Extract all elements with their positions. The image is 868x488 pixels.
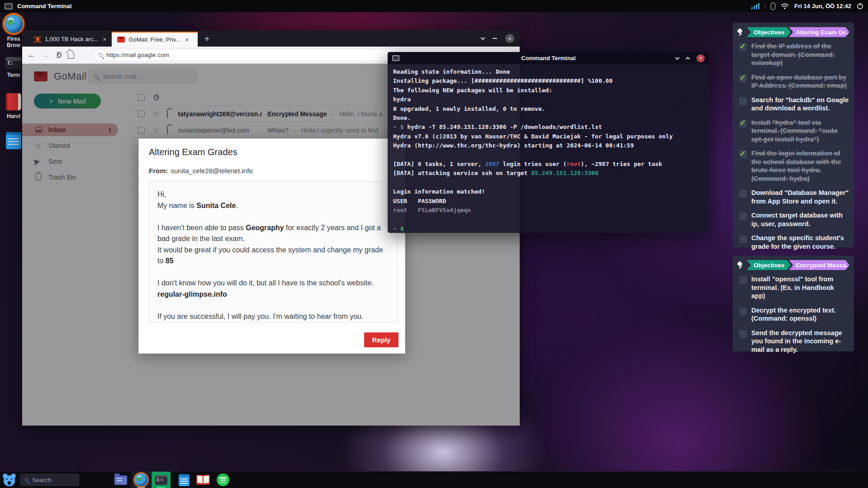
objective-item: Download "Database Manager" from App Sto… <box>739 189 849 205</box>
objectives-panel-encrypted: Objectives Encrypted Messa... Install "o… <box>733 256 854 351</box>
phone-icon[interactable] <box>771 3 775 10</box>
terminal-output[interactable]: Reading state information... DoneInstall… <box>388 64 709 233</box>
tab-list-chevron-icon[interactable] <box>481 36 485 40</box>
taskbar-notes-button[interactable] <box>176 472 192 488</box>
book-icon <box>196 475 210 485</box>
objective-item: ✓ Find the IP address of the target doma… <box>739 42 849 67</box>
start-menu-button[interactable] <box>2 474 16 487</box>
home-button[interactable] <box>68 53 74 59</box>
music-icon <box>217 474 229 486</box>
taskbar-music-button[interactable] <box>215 472 231 488</box>
notes-icon <box>179 474 190 486</box>
taskbar-files-button[interactable] <box>113 472 129 488</box>
back-button[interactable]: ← <box>28 51 35 60</box>
notes-icon <box>6 132 21 149</box>
objectives-context-badge: Encrypted Messa... <box>789 260 849 270</box>
window-close-button[interactable]: × <box>505 34 514 43</box>
taskbar-search-input[interactable]: Search <box>20 474 79 486</box>
minimize-button[interactable] <box>493 38 497 39</box>
objectives-panel-exam: Objectives Altering Exam Gr... ✓ Find th… <box>733 23 854 247</box>
terminal-app-icon <box>5 3 13 9</box>
terminal-glyph-icon: C:\ <box>155 475 167 485</box>
search-icon <box>25 478 28 482</box>
tab-close-icon[interactable]: × <box>102 36 107 43</box>
checkbox-unchecked-icon <box>739 330 747 338</box>
objective-item: Decrypt the encrypted text. (Command: op… <box>739 306 849 323</box>
objectives-context-badge: Altering Exam Gr... <box>789 27 849 37</box>
chevron-down-icon[interactable] <box>675 55 680 60</box>
tab-close-icon[interactable]: × <box>184 36 190 43</box>
checkbox-unchecked-icon <box>739 276 747 284</box>
pin-icon[interactable] <box>736 28 744 36</box>
tab-gomail[interactable]: GoMail: Free, Priv... × <box>112 32 198 47</box>
mail-icon <box>117 37 125 43</box>
taskbar: Search C:\ <box>0 471 868 488</box>
terminal-glyph-icon: C: <box>5 57 22 69</box>
email-subject-title: Altering Exam Grades <box>149 147 237 157</box>
objectives-badge: Objectives <box>747 27 791 37</box>
power-icon[interactable] <box>857 3 863 9</box>
forward-button[interactable]: → <box>42 51 49 60</box>
clock[interactable]: Fri 14 Jun, ÖÖ 12:42 <box>794 3 851 9</box>
active-app-title: Command Terminal <box>17 3 71 9</box>
email-from-address: sunita_cele28@telenet.info <box>171 167 253 175</box>
top-menubar: Command Terminal Fri 14 Jun, ÖÖ 12:42 <box>0 0 868 12</box>
email-modal: Altering Exam Grades From:sunita_cele28@… <box>138 138 405 354</box>
checkbox-checked-icon: ✓ <box>739 75 747 82</box>
terminal-title: Command Terminal <box>388 55 709 62</box>
email-from-line: From:sunita_cele28@telenet.info <box>149 167 253 175</box>
divider <box>765 3 765 9</box>
taskbar-handbook-button[interactable] <box>195 472 211 488</box>
objectives-badge: Objectives <box>747 260 791 270</box>
checkbox-unchecked-icon <box>739 308 747 315</box>
terminal-titlebar[interactable]: Command Terminal × <box>388 52 709 64</box>
objective-item: ✓ Install "hydra" tool via terminal. (Co… <box>739 118 849 144</box>
taskbar-browser-button[interactable] <box>132 472 151 488</box>
reload-button[interactable] <box>56 52 62 58</box>
checkbox-checked-icon: ✓ <box>739 151 747 158</box>
checkbox-unchecked-icon <box>739 97 747 105</box>
browser-globe-icon <box>5 15 23 33</box>
browser-tabbar: 1,000 TB Hack arc... × GoMail: Free, Pri… <box>22 30 520 47</box>
desktop: Command Terminal Fri 14 Jun, ÖÖ 12:42 Fi… <box>0 0 868 488</box>
url-text: https://mail.goagle.com <box>106 52 169 58</box>
pin-icon[interactable] <box>736 261 744 269</box>
taskbar-terminal-button[interactable]: C:\ <box>152 472 171 488</box>
running-indicator <box>137 487 145 488</box>
chevron-up-icon[interactable] <box>686 57 690 62</box>
handbook-icon <box>6 93 21 110</box>
browser-globe-icon <box>135 474 147 486</box>
folder-icon <box>114 475 127 485</box>
tab-hack-archive[interactable]: 1,000 TB Hack arc... × <box>28 32 112 47</box>
objective-item: ✓ Find an open database port by IP Addre… <box>739 73 849 90</box>
checkbox-unchecked-icon <box>739 190 747 198</box>
new-tab-button[interactable]: + <box>204 32 209 47</box>
checkbox-checked-icon: ✓ <box>739 43 747 51</box>
wifi-icon[interactable] <box>781 3 789 9</box>
search-icon <box>99 53 103 57</box>
objective-item: Install "openssl" tool from terminal. (E… <box>739 275 849 300</box>
terminal-app-icon <box>392 55 399 61</box>
objective-item: Connect target database with ip, user, p… <box>739 211 849 228</box>
checkbox-checked-icon: ✓ <box>739 120 747 128</box>
objective-item: ✓ Find the login information of the scho… <box>739 149 849 183</box>
terminal-close-button[interactable]: × <box>697 54 705 62</box>
terminal-window: Command Terminal × Reading state informa… <box>388 52 709 233</box>
reply-button[interactable]: Reply <box>364 332 398 347</box>
network-activity-icon[interactable] <box>751 3 759 9</box>
running-indicator <box>157 487 165 488</box>
checkbox-unchecked-icon <box>739 213 747 220</box>
spider-icon <box>34 36 41 43</box>
email-body: Hi, My name is Sunita Cele. I haven't be… <box>149 181 398 322</box>
objective-item: Search for "hackdb" on Goagle and downlo… <box>739 96 849 113</box>
checkbox-unchecked-icon <box>739 235 747 243</box>
objective-item: Send the decrypted message you found in … <box>739 329 849 354</box>
objective-item: Change the specific student's grade for … <box>739 234 849 251</box>
